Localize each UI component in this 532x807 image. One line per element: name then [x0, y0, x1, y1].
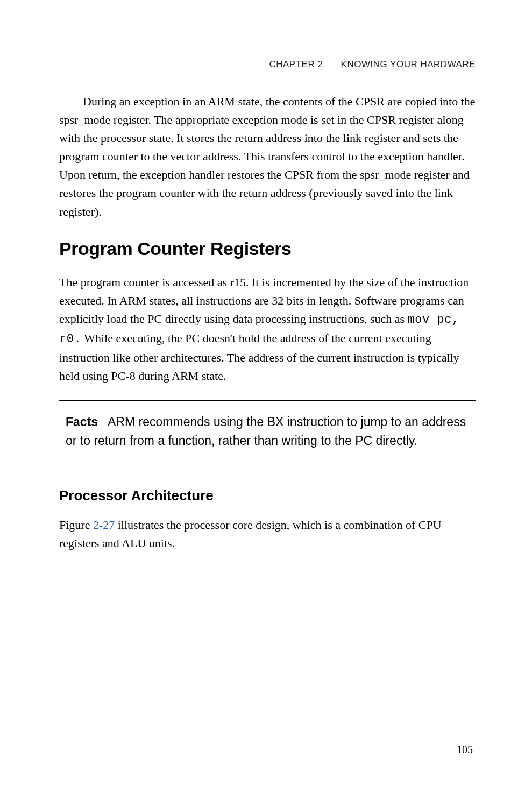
chapter-label: CHAPTER 2: [269, 59, 323, 69]
body-paragraph-3: Figure 2-27 illustrates the processor co…: [59, 516, 476, 553]
callout-label: Facts: [66, 415, 98, 429]
body-paragraph-2: The program counter is accessed as r15. …: [59, 273, 476, 386]
section-heading: Program Counter Registers: [59, 238, 476, 259]
chapter-title: KNOWING YOUR HARDWARE: [341, 59, 476, 69]
running-header: CHAPTER 2 KNOWING YOUR HARDWARE: [59, 59, 476, 70]
callout-text: ARM recommends using the BX instruction …: [66, 415, 466, 448]
facts-callout: FactsARM recommends using the BX instruc…: [59, 400, 476, 463]
subsection-heading: Processor Architecture: [59, 487, 476, 504]
para3-text-a: Figure: [59, 518, 93, 532]
body-paragraph-1: During an exception in an ARM state, the…: [59, 93, 476, 221]
figure-reference-link[interactable]: 2-27: [93, 518, 115, 532]
page-number: 105: [457, 744, 473, 756]
page-content: CHAPTER 2 KNOWING YOUR HARDWARE During a…: [0, 0, 532, 553]
para2-text-b: While executing, the PC doesn't hold the…: [59, 331, 459, 383]
para3-text-b: illustrates the processor core design, w…: [59, 518, 442, 550]
